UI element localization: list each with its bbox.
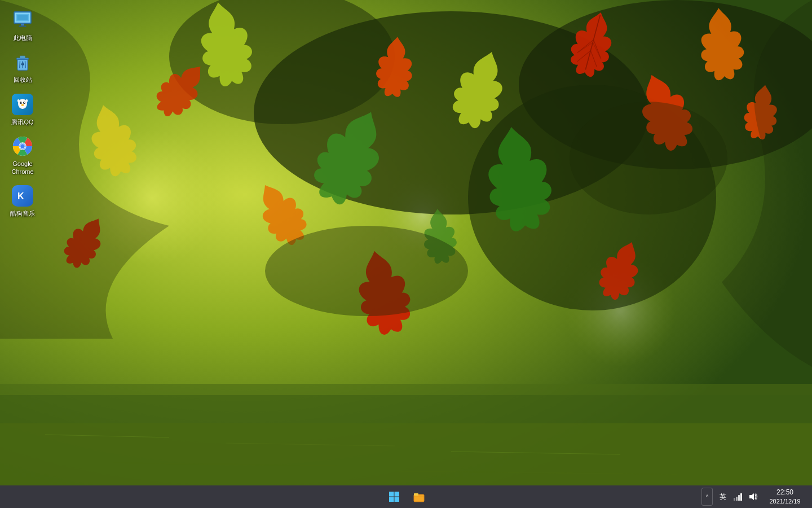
- taskbar-right: ^ 英 22:50 2021/12/19: [701, 485, 812, 508]
- svg-rect-60: [734, 498, 735, 501]
- tray-expand-button[interactable]: ^: [701, 488, 713, 506]
- volume-tray-icon[interactable]: [747, 490, 760, 503]
- qq-icon: [11, 93, 34, 116]
- svg-rect-31: [19, 26, 26, 27]
- tray-expand-icon: ^: [706, 494, 708, 500]
- desktop-icon-this-pc-label: 此电脑: [14, 34, 32, 42]
- svg-rect-63: [740, 493, 742, 501]
- desktop-icon-recycle-bin[interactable]: ♻ 回收站: [2, 47, 43, 87]
- language-button[interactable]: 英: [717, 488, 729, 506]
- svg-line-37: [25, 61, 26, 68]
- monitor-icon: [11, 9, 34, 32]
- clock-time: 22:50: [776, 488, 793, 497]
- svg-rect-34: [20, 56, 25, 58]
- svg-point-24: [265, 226, 468, 316]
- svg-rect-56: [389, 497, 394, 502]
- svg-text:♻: ♻: [21, 62, 24, 67]
- svg-line-35: [20, 61, 20, 68]
- desktop-icon-kuwo[interactable]: K 酷狗音乐: [2, 181, 43, 221]
- clock-date: 2021/12/19: [769, 497, 800, 505]
- desktop-icon-qq[interactable]: 腾讯QQ: [2, 90, 43, 129]
- svg-rect-55: [395, 492, 400, 497]
- svg-point-52: [20, 144, 25, 148]
- svg-rect-29: [17, 15, 28, 21]
- svg-point-43: [21, 102, 22, 103]
- svg-rect-54: [389, 492, 394, 497]
- svg-rect-59: [414, 493, 418, 496]
- desktop-icon-qq-label: 腾讯QQ: [11, 118, 33, 126]
- svg-text:K: K: [17, 191, 24, 201]
- svg-rect-57: [395, 497, 400, 502]
- svg-rect-30: [21, 24, 24, 26]
- svg-rect-61: [736, 497, 738, 501]
- desktop-icons-area: 此电脑 ♻ 回收站: [0, 0, 45, 485]
- taskbar-center: [382, 485, 430, 508]
- recycle-bin-icon: ♻: [11, 51, 34, 73]
- desktop-icon-chrome[interactable]: Google Chrome: [2, 132, 43, 179]
- start-button[interactable]: [382, 485, 407, 508]
- svg-rect-18: [0, 423, 812, 485]
- svg-point-45: [21, 104, 24, 106]
- desktop-icon-recycle-bin-label: 回收站: [14, 76, 32, 84]
- desktop: 此电脑 ♻ 回收站: [0, 0, 812, 485]
- svg-rect-62: [738, 495, 740, 501]
- wallpaper: [0, 0, 812, 485]
- svg-point-44: [24, 102, 25, 103]
- kuwo-icon: K: [11, 185, 34, 207]
- language-label: 英: [720, 492, 726, 502]
- svg-point-40: [20, 100, 25, 107]
- chrome-icon: [11, 135, 34, 157]
- network-tray-icon[interactable]: [731, 490, 744, 503]
- svg-marker-64: [749, 493, 754, 500]
- desktop-icon-kuwo-label: 酷狗音乐: [10, 209, 35, 217]
- svg-point-25: [570, 102, 727, 214]
- desktop-icon-this-pc[interactable]: 此电脑: [2, 6, 43, 45]
- taskbar-file-explorer-button[interactable]: [408, 485, 430, 508]
- clock-area[interactable]: 22:50 2021/12/19: [762, 485, 807, 508]
- taskbar: ^ 英 22:50 2021/12/19: [0, 485, 812, 508]
- desktop-icon-chrome-label: Google Chrome: [5, 160, 41, 176]
